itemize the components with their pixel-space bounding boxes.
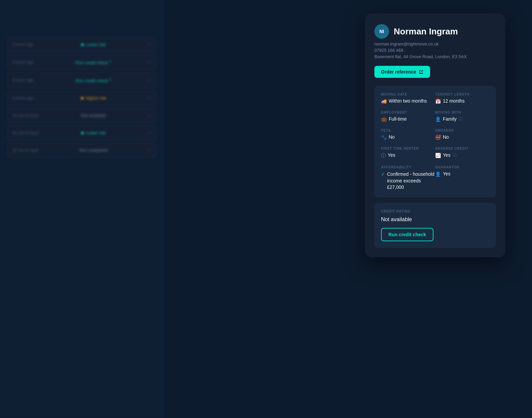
moving-date-col: MOVING DATE 🚚 Within two months — [381, 93, 435, 104]
row-time: 8 hours ago — [12, 78, 42, 83]
affordability-value: ✓ Confirmed - household income exceeds £… — [381, 171, 435, 191]
adverse-credit-label: ADVERSE CREDIT — [435, 147, 489, 150]
order-ref-label: Order reference — [381, 69, 416, 75]
order-reference-button[interactable]: Order reference — [374, 66, 430, 78]
credit-rating-label: CREDIT RATING — [381, 210, 489, 213]
row-menu-icon[interactable]: ⋯ — [145, 59, 151, 65]
first-time-renter-col: FIRST TIME RENTER ⓘ Yes — [381, 147, 435, 159]
guarantor-label: GUARANTOR — [435, 165, 489, 169]
employment-value: 💼 Full-time — [381, 116, 435, 122]
briefcase-icon: 💼 — [381, 117, 387, 122]
row-time: 8 hours ago — [12, 96, 42, 101]
row-status: Run credit check 1 — [42, 77, 145, 83]
affordability-col: AFFORDABILITY ✓ Confirmed - household in… — [381, 165, 435, 191]
credit-rating-section: CREDIT RATING Not available Run credit c… — [374, 203, 496, 248]
moving-with-value: 👤 Family ⓘ — [435, 116, 489, 122]
employment-col: EMPLOYMENT 💼 Full-time — [381, 111, 435, 122]
row-time: 26 Jun 8:16pm — [12, 131, 42, 135]
paw-icon: 🐾 — [381, 135, 387, 140]
guarantor-col: GUARANTOR 👤 Yes — [435, 165, 489, 191]
status-dot-icon — [81, 43, 84, 46]
tenancy-length-value: 📅 12 months — [435, 98, 489, 104]
row-status: Run credit check 1 — [42, 59, 145, 65]
moving-date-value: 🚚 Within two months — [381, 98, 435, 104]
info-row-5: AFFORDABILITY ✓ Confirmed - household in… — [381, 165, 489, 191]
row-status: Not available — [42, 113, 145, 118]
avatar: NI — [374, 24, 389, 39]
pets-col: PETS 🐾 No — [381, 129, 435, 140]
row-time: 2 hours ago — [12, 42, 42, 47]
external-link-icon — [419, 69, 423, 74]
info-grid: MOVING DATE 🚚 Within two months TENANCY … — [374, 86, 496, 197]
list-row[interactable]: 2 hours ago Lower risk ⋯ — [7, 37, 157, 52]
profile-address: Basement flat, 44 Grove Road, London, E3… — [374, 54, 496, 59]
moving-with-info-icon[interactable]: ⓘ — [459, 116, 463, 122]
calendar-icon: 📅 — [435, 99, 441, 104]
row-menu-icon[interactable]: ⋯ — [145, 148, 151, 153]
row-status: Higher risk — [42, 96, 145, 101]
moving-date-label: MOVING DATE — [381, 93, 435, 96]
pets-value: 🐾 No — [381, 134, 435, 140]
list-row[interactable]: 8 hours ago Run credit check 1 ⋯ — [7, 54, 157, 70]
no-smoking-icon: 🚭 — [435, 135, 441, 140]
row-menu-icon[interactable]: ⋯ — [145, 130, 151, 136]
chart-icon: 📈 — [435, 153, 441, 158]
list-container: 2 hours ago Lower risk ⋯ 8 hours ago Run… — [0, 33, 164, 163]
list-row[interactable]: 26 Jun 8:12pm Not available ⋯ — [7, 108, 157, 123]
tenancy-length-col: TENANCY LENGTH 📅 12 months — [435, 93, 489, 104]
moving-with-col: MOVING WITH 👤 Family ⓘ — [435, 111, 489, 122]
info-row-2: EMPLOYMENT 💼 Full-time MOVING WITH 👤 Fam… — [381, 111, 489, 122]
row-menu-icon[interactable]: ⋯ — [145, 96, 151, 101]
employment-label: EMPLOYMENT — [381, 111, 435, 114]
smokers-label: SMOKERS — [435, 129, 489, 132]
list-row[interactable]: 8 hours ago Run credit check 1 ⋯ — [7, 72, 157, 88]
row-status: Not completed — [42, 148, 145, 153]
pets-label: PETS — [381, 129, 435, 132]
first-time-renter-value: ⓘ Yes — [381, 152, 435, 159]
list-row[interactable]: 26 Jun 8:11pm Not completed ⋯ — [7, 143, 157, 158]
person-icon: 👤 — [435, 117, 441, 122]
affordability-label: AFFORDABILITY — [381, 165, 435, 169]
row-time: 8 hours ago — [12, 60, 42, 64]
list-row[interactable]: 8 hours ago Higher risk ⋯ — [7, 91, 157, 106]
row-time: 26 Jun 8:12pm — [12, 113, 42, 118]
info-circle-icon: ⓘ — [381, 153, 386, 159]
row-status: Lower risk — [42, 42, 145, 47]
info-row-3: PETS 🐾 No SMOKERS 🚭 No — [381, 129, 489, 140]
smokers-col: SMOKERS 🚭 No — [435, 129, 489, 140]
info-row-1: MOVING DATE 🚚 Within two months TENANCY … — [381, 93, 489, 104]
list-row[interactable]: 26 Jun 8:16pm Lower risk ⋯ — [7, 125, 157, 141]
adverse-credit-col: ADVERSE CREDIT 📈 Yes ⓘ — [435, 147, 489, 159]
profile-card: NI Norman Ingram norman.ingram@rightmove… — [365, 13, 505, 257]
info-row-4: FIRST TIME RENTER ⓘ Yes ADVERSE CREDIT 📈… — [381, 147, 489, 159]
profile-email: norman.ingram@rightmove.co.uk — [374, 41, 496, 46]
profile-phone: 07925 166 468 — [374, 48, 496, 53]
row-menu-icon[interactable]: ⋯ — [145, 113, 151, 118]
truck-icon: 🚚 — [381, 99, 387, 104]
check-circle-icon: ✓ — [381, 171, 385, 177]
row-menu-icon[interactable]: ⋯ — [145, 42, 151, 47]
status-dot-icon — [81, 97, 83, 100]
person-guarantor-icon: 👤 — [435, 171, 441, 177]
profile-name: Norman Ingram — [394, 26, 458, 37]
adverse-credit-info-icon[interactable]: ⓘ — [453, 152, 457, 158]
guarantor-value: 👤 Yes — [435, 171, 489, 177]
row-time: 26 Jun 8:11pm — [12, 148, 42, 153]
row-status: Lower risk — [42, 130, 145, 135]
smokers-value: 🚭 No — [435, 134, 489, 140]
adverse-credit-value: 📈 Yes ⓘ — [435, 152, 489, 158]
tenancy-length-label: TENANCY LENGTH — [435, 93, 489, 96]
moving-with-label: MOVING WITH — [435, 111, 489, 114]
first-time-renter-label: FIRST TIME RENTER — [381, 147, 435, 150]
profile-header: NI Norman Ingram — [374, 24, 496, 39]
status-dot-icon — [81, 132, 84, 134]
run-credit-check-button[interactable]: Run credit check — [381, 228, 433, 241]
credit-rating-value: Not available — [381, 217, 489, 223]
row-menu-icon[interactable]: ⋯ — [145, 78, 151, 83]
